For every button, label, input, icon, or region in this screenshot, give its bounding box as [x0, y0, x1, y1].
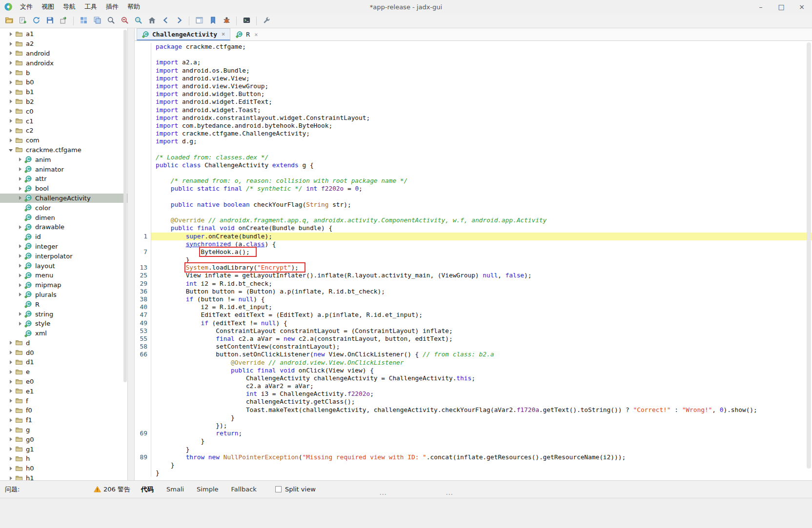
chevron-right-icon[interactable] [10, 447, 12, 451]
tab-challengeactivity[interactable]: ChallengeActivity× [137, 28, 230, 40]
dock-panels-button[interactable] [193, 15, 205, 27]
chevron-right-icon[interactable] [10, 129, 12, 133]
chevron-right-icon[interactable] [10, 71, 12, 75]
code-line[interactable] [135, 193, 812, 201]
warnings-chip[interactable]: 206 警告 [94, 485, 130, 494]
tree-item-d0[interactable]: d0 [0, 348, 127, 357]
chevron-right-icon[interactable] [19, 244, 21, 248]
code-line[interactable]: package crackme.ctfgame; [135, 43, 812, 51]
tree-item-g0[interactable]: g0 [0, 434, 127, 444]
view-tab-simple[interactable]: Simple [197, 486, 218, 493]
tree-item-r[interactable]: R [0, 299, 127, 309]
chevron-right-icon[interactable] [10, 51, 12, 55]
panel-grip[interactable]: ⋯ [379, 490, 387, 499]
tree-item-xml[interactable]: xml [0, 329, 127, 338]
code-line[interactable]: public class ChallengeActivity extends g… [135, 161, 812, 169]
code-line[interactable]: @Override // android.view.View.OnClickLi… [135, 359, 812, 367]
sync-panels-button[interactable] [91, 15, 103, 27]
tree-item-integer[interactable]: integer [0, 242, 127, 252]
menu-view[interactable]: 视图 [37, 0, 59, 13]
chevron-right-icon[interactable] [10, 399, 12, 403]
chevron-right-icon[interactable] [10, 119, 12, 123]
tree-item-f[interactable]: f [0, 396, 127, 406]
code-line[interactable]: 40 i2 = R.id.et_input; [135, 303, 812, 311]
code-line[interactable]: c2.a aVar2 = aVar; [135, 382, 812, 390]
tree-item-menu[interactable]: menu [0, 271, 127, 280]
code-line[interactable]: import android.view.View; [135, 75, 812, 82]
chevron-right-icon[interactable] [10, 138, 12, 142]
code-line[interactable]: } [135, 469, 812, 477]
tree-item-bool[interactable]: bool [0, 184, 127, 194]
close-button[interactable]: × [792, 0, 812, 14]
tree-item-c1[interactable]: c1 [0, 116, 127, 126]
code-line[interactable]: 7 ByteHook.a(); [135, 248, 812, 256]
code-line[interactable]: public native boolean checkYourFlag(Stri… [135, 201, 812, 209]
code-line[interactable]: /* renamed from: o, reason: collision wi… [135, 177, 812, 185]
code-line[interactable]: 53 ConstraintLayout constraintLayout = (… [135, 327, 812, 335]
code-line[interactable]: public static final /* synthetic */ int … [135, 185, 812, 193]
code-line[interactable]: public final void onCreate(Bundle bundle… [135, 224, 812, 232]
tree-item-f0[interactable]: f0 [0, 406, 127, 415]
chevron-right-icon[interactable] [10, 370, 12, 374]
chevron-right-icon[interactable] [10, 457, 12, 461]
back-button[interactable] [159, 15, 172, 27]
code-line[interactable]: 38 if (button != null) { [135, 295, 812, 303]
chevron-right-icon[interactable] [10, 341, 12, 345]
tree-item-e0[interactable]: e0 [0, 377, 127, 387]
code-line[interactable]: 47 EditText editText = (EditText) a.p(in… [135, 311, 812, 319]
chevron-right-icon[interactable] [10, 389, 12, 393]
tree-item-id[interactable]: id [0, 232, 127, 242]
code-line[interactable]: 36 Button button = (Button) a.p(inflate,… [135, 288, 812, 295]
view-tab-code[interactable]: 代码 [141, 485, 154, 494]
tree-item-e[interactable]: e [0, 367, 127, 377]
tree-scrollbar[interactable] [123, 30, 127, 382]
close-icon[interactable]: × [222, 31, 225, 38]
chevron-right-icon[interactable] [10, 467, 12, 470]
tree-item-e1[interactable]: e1 [0, 386, 127, 396]
code-line[interactable] [135, 169, 812, 177]
tree-item-d[interactable]: d [0, 338, 127, 348]
add-files-button[interactable] [16, 15, 29, 27]
code-line[interactable]: 66 button.setOnClickListener(new View.On… [135, 351, 812, 358]
chevron-right-icon[interactable] [10, 380, 12, 384]
split-view-checkbox[interactable] [275, 486, 282, 492]
tree-item-style[interactable]: style [0, 319, 127, 329]
class-search-button[interactable] [132, 15, 144, 27]
chevron-right-icon[interactable] [19, 322, 21, 326]
code-editor[interactable]: package crackme.ctfgame;import a2.a;impo… [135, 41, 812, 480]
tree-item-g[interactable]: g [0, 425, 127, 435]
minimize-button[interactable]: – [751, 0, 771, 14]
maximize-button[interactable]: □ [771, 0, 792, 14]
chevron-right-icon[interactable] [10, 428, 12, 432]
search-button[interactable] [104, 15, 117, 27]
tree-item-h[interactable]: h [0, 454, 127, 464]
code-line[interactable]: }); [135, 422, 812, 430]
chevron-right-icon[interactable] [10, 409, 12, 412]
code-line[interactable]: } [135, 461, 812, 469]
chevron-right-icon[interactable] [19, 254, 21, 258]
code-line[interactable]: import a2.a; [135, 59, 812, 66]
chevron-right-icon[interactable] [19, 293, 21, 296]
chevron-right-icon[interactable] [19, 187, 21, 191]
tree-item-a2[interactable]: a2 [0, 39, 127, 49]
code-line[interactable]: import android.os.Bundle; [135, 67, 812, 75]
tree-item-b2[interactable]: b2 [0, 97, 127, 107]
main-activity-button[interactable] [145, 15, 158, 27]
tree-item-com[interactable]: com [0, 136, 127, 145]
close-icon[interactable]: × [254, 31, 258, 38]
chevron-right-icon[interactable] [19, 177, 21, 181]
view-tab-fallback[interactable]: Fallback [231, 486, 257, 493]
chevron-right-icon[interactable] [19, 167, 21, 171]
tree-item-attr[interactable]: attr [0, 174, 127, 184]
code-line[interactable]: import crackme.ctfgame.ChallengeActivity… [135, 130, 812, 137]
chevron-right-icon[interactable] [10, 418, 12, 422]
tree-item-mipmap[interactable]: mipmap [0, 280, 127, 290]
menu-navigation[interactable]: 导航 [59, 0, 80, 13]
chevron-right-icon[interactable] [10, 360, 12, 364]
code-line[interactable] [135, 145, 812, 153]
code-line[interactable]: } [135, 446, 812, 453]
code-line[interactable]: import com.bytedance.android.bytehook.By… [135, 122, 812, 130]
chevron-right-icon[interactable] [10, 90, 12, 94]
code-line[interactable]: import androidx.constraintlayout.widget.… [135, 114, 812, 122]
chevron-right-icon[interactable] [10, 32, 12, 36]
